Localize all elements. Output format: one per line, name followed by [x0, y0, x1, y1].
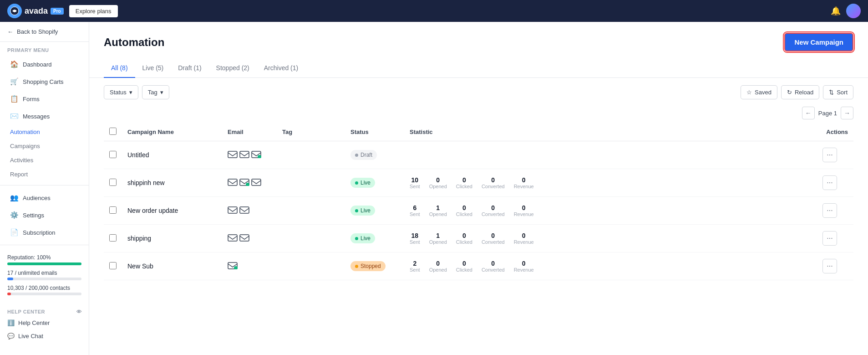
sidebar-item-forms[interactable]: 📋 Forms	[3, 91, 86, 107]
page-prev-button[interactable]: ←	[802, 107, 815, 119]
eye-icon[interactable]: 👁	[76, 309, 82, 314]
reload-button[interactable]: ↻ Reload	[781, 85, 819, 99]
row-4-checkbox[interactable]	[109, 234, 117, 242]
select-all-header	[104, 123, 122, 141]
row-2-revenue: 0 Revenue	[514, 176, 534, 189]
row-2-actions-button[interactable]: ···	[822, 175, 837, 190]
bell-icon[interactable]: 🔔	[831, 6, 841, 16]
row-4-email-cell	[222, 225, 277, 252]
primary-menu-label: PRIMARY MENU	[0, 42, 89, 56]
row-4-campaign-name: shipping	[127, 235, 151, 242]
back-to-shopify-link[interactable]: ← Back to Shopify	[0, 22, 89, 42]
forms-icon: 📋	[10, 95, 18, 103]
table-header: Campaign Name Email Tag Status Statistic…	[104, 123, 853, 141]
sidebar-sub-item-activities[interactable]: Activities	[3, 154, 86, 167]
content-area: Automation New Campaign All (8) Live (5)…	[89, 22, 868, 355]
dashboard-icon: 🏠	[10, 60, 18, 68]
row-5-checkbox[interactable]	[109, 262, 117, 269]
campaign-name-header: Campaign Name	[122, 123, 222, 141]
email-icon-1	[228, 151, 238, 159]
row-2-statistics: 10 Sent 0 Opened 0 Clicked	[410, 176, 812, 189]
row-1-status-label: Draft	[360, 152, 372, 158]
row-4-statistics: 18 Sent 1 Opened 0 Clicked	[410, 232, 812, 245]
sidebar-item-subscription[interactable]: 📄 Subscription	[3, 224, 86, 241]
svg-rect-5	[228, 179, 237, 185]
sidebar-sub-item-campaigns[interactable]: Campaigns	[3, 139, 86, 153]
campaigns-table: Campaign Name Email Tag Status Statistic…	[104, 123, 853, 280]
row-3-checkbox[interactable]	[109, 206, 117, 214]
sidebar-item-help-center[interactable]: ℹ️ Help Center	[0, 316, 89, 329]
row-1-email-cell	[222, 141, 277, 169]
sidebar-item-settings[interactable]: ⚙️ Settings	[3, 207, 86, 223]
row-2-status-dot	[355, 181, 358, 185]
tab-draft[interactable]: Draft (1)	[171, 59, 208, 78]
sort-button[interactable]: ⇅ Sort	[823, 85, 853, 99]
reputation-label: Reputation: 100%	[7, 254, 51, 261]
email-icon-3	[251, 179, 261, 187]
reputation-progress-bar	[7, 262, 81, 265]
row-4-actions-button[interactable]: ···	[822, 231, 837, 246]
table-row: New Sub	[104, 252, 853, 280]
row-2-actions-cell: ···	[817, 169, 853, 197]
sidebar-sub-item-automation[interactable]: Automation	[3, 125, 86, 139]
sidebar-item-label: Audiences	[23, 195, 51, 201]
table-row: Untitled	[104, 141, 853, 169]
toolbar-right: ☆ Saved ↻ Reload ⇅ Sort	[741, 85, 853, 99]
contacts-label: 10,303 / 200,000 contacts	[7, 285, 81, 291]
back-arrow-icon: ←	[7, 28, 13, 35]
audiences-icon: 👥	[10, 194, 18, 202]
sidebar-item-dashboard[interactable]: 🏠 Dashboard	[3, 56, 86, 72]
row-2-name-cell: shippinh new	[122, 169, 222, 197]
tab-all[interactable]: All (8)	[104, 59, 135, 78]
sort-icon: ⇅	[829, 89, 834, 96]
sidebar-sub-item-report[interactable]: Report	[3, 168, 86, 181]
email-icon-1-green	[228, 262, 238, 271]
svg-rect-1	[228, 151, 237, 158]
back-to-shopify-label: Back to Shopify	[17, 28, 58, 35]
row-4-tag-cell	[277, 225, 345, 252]
row-3-actions-button[interactable]: ···	[822, 203, 837, 218]
saved-button[interactable]: ☆ Saved	[741, 85, 777, 99]
row-1-actions-button[interactable]: ···	[822, 148, 837, 162]
row-1-name-cell: Untitled	[122, 141, 222, 169]
row-3-name-cell: New order update	[122, 197, 222, 225]
row-4-stat-cell: 18 Sent 1 Opened 0 Clicked	[404, 225, 817, 252]
top-nav-left: avada Pro Explore plans	[7, 4, 118, 18]
sidebar-item-messages[interactable]: ✉️ Messages	[3, 108, 86, 124]
table-row: shippinh new	[104, 169, 853, 197]
pro-badge: Pro	[51, 8, 64, 15]
sidebar-item-shopping-carts[interactable]: 🛒 Shopping Carts	[3, 73, 86, 90]
new-campaign-button[interactable]: New Campaign	[784, 33, 853, 51]
row-2-checkbox[interactable]	[109, 179, 117, 186]
tab-stopped[interactable]: Stopped (2)	[209, 59, 257, 78]
row-3-checkbox-cell	[104, 197, 122, 225]
row-5-actions-button[interactable]: ···	[822, 259, 837, 273]
avatar	[846, 4, 861, 18]
toolbar: Status ▾ Tag ▾ ☆ Saved ↻ Reload ⇅	[89, 78, 868, 107]
row-1-status-dot	[355, 154, 358, 157]
sidebar-item-live-chat[interactable]: 💬 Live Chat	[0, 329, 89, 343]
sidebar-sub-label: Activities	[10, 157, 33, 164]
select-all-checkbox[interactable]	[109, 128, 117, 135]
sidebar: ← Back to Shopify PRIMARY MENU 🏠 Dashboa…	[0, 22, 89, 355]
tag-filter-button[interactable]: Tag ▾	[142, 85, 169, 99]
sidebar-item-audiences[interactable]: 👥 Audiences	[3, 190, 86, 206]
row-3-status-badge: Live	[350, 206, 375, 216]
sidebar-sub-label: Report	[10, 171, 28, 178]
row-2-stat-cell: 10 Sent 0 Opened 0 Clicked	[404, 169, 817, 197]
row-4-revenue: 0 Revenue	[514, 232, 534, 245]
settings-icon: ⚙️	[10, 211, 18, 219]
sort-label: Sort	[837, 89, 848, 96]
row-3-status-cell: Live	[345, 197, 404, 225]
explore-plans-button[interactable]: Explore plans	[69, 5, 118, 17]
page-nav: ← Page 1 →	[802, 107, 853, 119]
messages-icon: ✉️	[10, 112, 18, 120]
row-1-checkbox[interactable]	[109, 151, 117, 158]
status-filter-button[interactable]: Status ▾	[104, 85, 138, 99]
tab-archived[interactable]: Archived (1)	[257, 59, 305, 78]
svg-rect-11	[228, 235, 237, 241]
page-next-button[interactable]: →	[841, 107, 853, 119]
tab-live[interactable]: Live (5)	[135, 59, 171, 78]
help-center-icon: ℹ️	[7, 319, 15, 326]
live-chat-label: Live Chat	[18, 333, 43, 340]
